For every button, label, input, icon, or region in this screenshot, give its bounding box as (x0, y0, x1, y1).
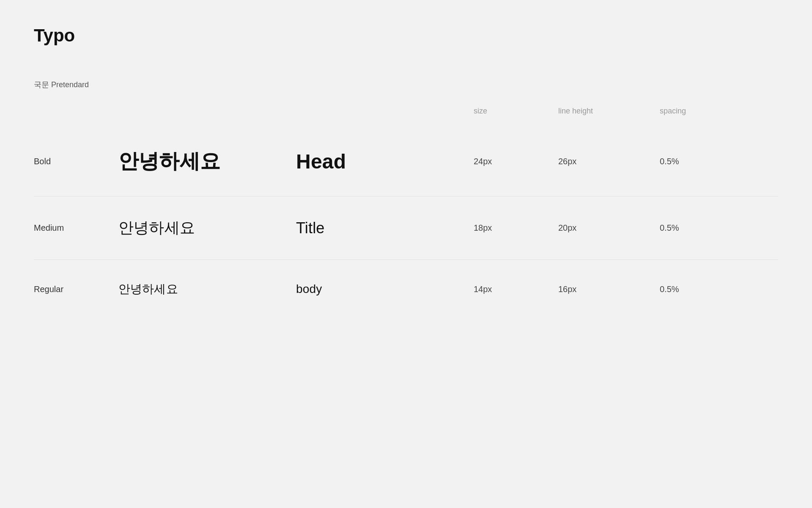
page-title: Typo (34, 25, 778, 46)
table-row-regular: Regular 안녕하세요 body 14px 16px 0.5% (34, 260, 778, 318)
sample-korean-bold: 안녕하세요 (118, 148, 296, 175)
line-height-regular: 16px (558, 284, 660, 294)
typography-table: 국문 Pretendard size line height spacing B… (34, 80, 778, 318)
sample-korean-medium: 안녕하세요 (118, 218, 296, 238)
weight-label-medium: Medium (34, 223, 118, 233)
size-regular: 14px (474, 284, 558, 294)
weight-label-regular: Regular (34, 284, 118, 294)
spacing-bold: 0.5% (660, 157, 761, 166)
table-row-medium: Medium 안녕하세요 Title 18px 20px 0.5% (34, 196, 778, 260)
header-col-english (296, 107, 474, 116)
header-col-korean (118, 107, 296, 116)
spacing-regular: 0.5% (660, 284, 761, 294)
table-body: Bold 안녕하세요 Head 24px 26px 0.5% Medium 안녕… (34, 127, 778, 318)
line-height-bold: 26px (558, 157, 660, 166)
weight-label-bold: Bold (34, 157, 118, 166)
sample-english-bold: Head (296, 150, 474, 173)
header-size: size (474, 107, 558, 116)
header-col-weight (34, 107, 118, 116)
sample-korean-regular: 안녕하세요 (118, 281, 296, 297)
header-line-height: line height (558, 107, 660, 116)
table-row-bold: Bold 안녕하세요 Head 24px 26px 0.5% (34, 127, 778, 196)
line-height-medium: 20px (558, 223, 660, 233)
size-bold: 24px (474, 157, 558, 166)
main-container: Typo 국문 Pretendard size line height spac… (0, 0, 812, 344)
header-spacing: spacing (660, 107, 761, 116)
font-section-label: 국문 Pretendard (34, 80, 778, 90)
spacing-medium: 0.5% (660, 223, 761, 233)
sample-english-regular: body (296, 282, 474, 296)
size-medium: 18px (474, 223, 558, 233)
sample-english-medium: Title (296, 219, 474, 237)
table-header: size line height spacing (34, 107, 778, 122)
